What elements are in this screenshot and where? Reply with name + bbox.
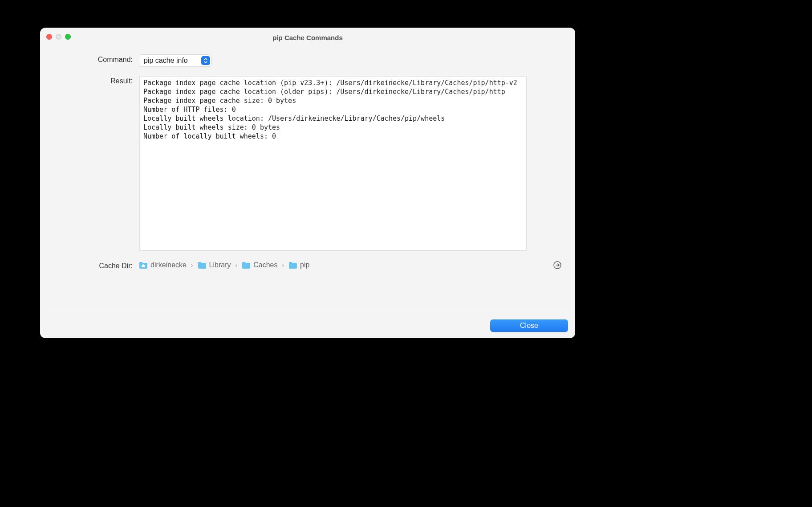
cache-dir-row: Cache Dir: dirkeinecke›Library›Caches›pi… <box>53 260 563 270</box>
result-label: Result: <box>53 76 133 85</box>
window-close-button[interactable] <box>46 34 52 40</box>
command-row: Command: pip cache info <box>53 54 563 67</box>
chevron-right-icon: › <box>235 262 239 269</box>
close-button[interactable]: Close <box>490 319 568 332</box>
home-folder-icon <box>139 262 148 269</box>
breadcrumb-segment[interactable]: Library <box>198 261 231 269</box>
dialog-footer: Close <box>40 313 575 338</box>
breadcrumb-segment[interactable]: pip <box>288 261 309 269</box>
breadcrumb-label: dirkeinecke <box>150 261 187 269</box>
window-title: pip Cache Commands <box>272 34 343 41</box>
folder-icon <box>198 262 207 269</box>
result-row: Result: Package index page cache locatio… <box>53 76 563 251</box>
folder-icon <box>242 262 251 269</box>
chevron-right-icon: › <box>281 262 285 269</box>
window-minimize-button <box>56 34 61 40</box>
command-select[interactable]: pip cache info <box>139 54 211 67</box>
dialog-window: pip Cache Commands Command: pip cache in… <box>40 28 575 338</box>
updown-chevron-icon <box>201 56 210 65</box>
chevron-right-icon: › <box>190 262 194 269</box>
window-zoom-button[interactable] <box>65 34 71 40</box>
command-select-value: pip cache info <box>144 57 201 65</box>
cache-dir-breadcrumb: dirkeinecke›Library›Caches›pip <box>139 261 309 269</box>
result-textarea[interactable]: Package index page cache location (pip v… <box>139 76 527 251</box>
window-controls <box>46 34 71 40</box>
breadcrumb-label: Caches <box>253 261 277 269</box>
cache-dir-label: Cache Dir: <box>53 261 133 270</box>
breadcrumb-label: pip <box>300 261 309 269</box>
breadcrumb-label: Library <box>209 261 231 269</box>
breadcrumb-segment[interactable]: Caches <box>242 261 277 269</box>
open-folder-button[interactable] <box>552 260 563 270</box>
titlebar: pip Cache Commands <box>40 28 575 47</box>
content-area: Command: pip cache info Result: Package … <box>40 47 575 313</box>
command-label: Command: <box>53 54 133 64</box>
breadcrumb-segment[interactable]: dirkeinecke <box>139 261 187 269</box>
folder-icon <box>288 262 297 269</box>
